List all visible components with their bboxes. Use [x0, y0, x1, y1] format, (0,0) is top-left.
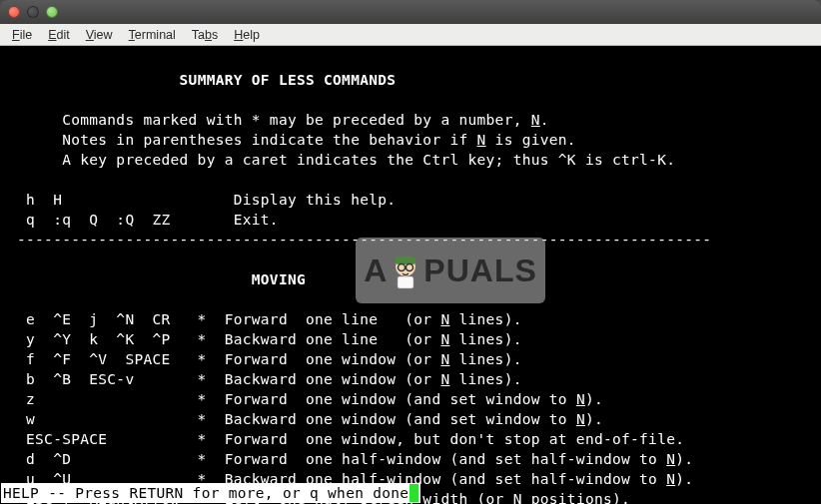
cursor-block — [410, 484, 418, 502]
status-text: HELP -- Press RETURN for more, or q when… — [3, 483, 409, 503]
menubar: File Edit View Terminal Tabs Help — [0, 24, 821, 46]
menu-file[interactable]: File — [4, 26, 40, 44]
menu-help[interactable]: Help — [226, 26, 268, 44]
close-button[interactable] — [8, 6, 20, 18]
menu-edit[interactable]: Edit — [40, 26, 78, 44]
window-controls — [8, 6, 58, 18]
window-titlebar — [0, 0, 821, 24]
maximize-button[interactable] — [46, 6, 58, 18]
terminal-viewport[interactable]: SUMMARY OF LESS COMMANDS Commands marked… — [0, 46, 821, 504]
minimize-button[interactable] — [27, 6, 39, 18]
menu-view[interactable]: View — [78, 26, 121, 44]
status-line: HELP -- Press RETURN for more, or q when… — [1, 483, 420, 503]
menu-tabs[interactable]: Tabs — [184, 26, 226, 44]
menu-terminal[interactable]: Terminal — [121, 26, 184, 44]
